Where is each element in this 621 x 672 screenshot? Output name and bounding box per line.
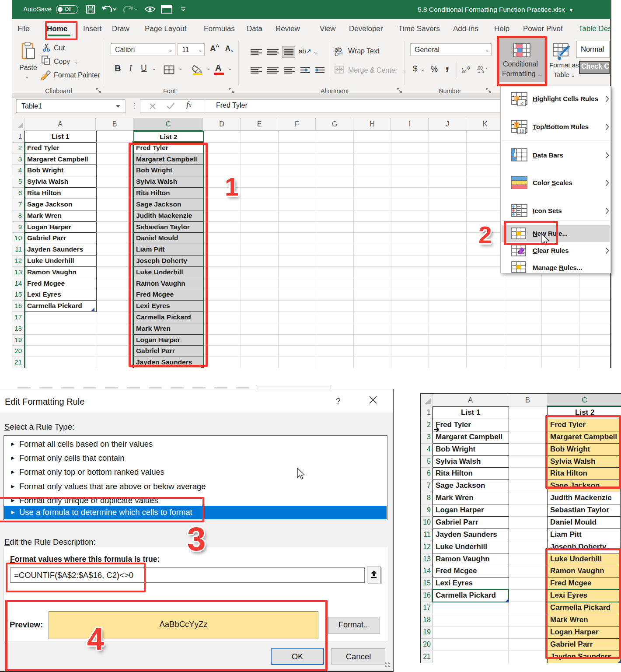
svg-text:≤: ≤ [520, 101, 523, 106]
svg-text:10: 10 [519, 129, 524, 134]
